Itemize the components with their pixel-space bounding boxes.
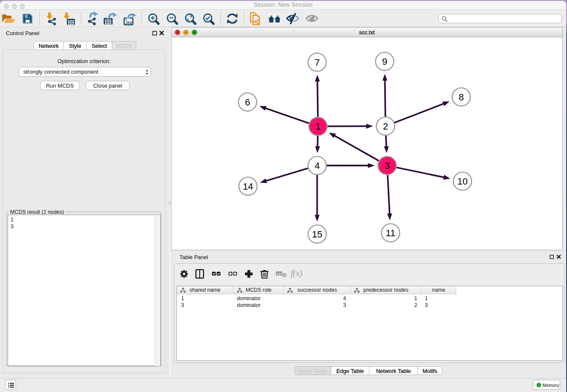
svg-text:11: 11 (386, 228, 396, 238)
svg-text:3: 3 (385, 160, 390, 171)
svg-text:10: 10 (457, 176, 468, 187)
svg-text:1: 1 (315, 121, 320, 132)
svg-text:9: 9 (382, 56, 387, 67)
svg-text:14: 14 (243, 181, 253, 192)
svg-text:2: 2 (383, 121, 388, 132)
svg-text:6: 6 (245, 97, 250, 108)
svg-text:8: 8 (459, 92, 464, 102)
svg-text:15: 15 (312, 229, 322, 240)
svg-text:7: 7 (314, 57, 319, 68)
svg-text:4: 4 (314, 160, 319, 171)
